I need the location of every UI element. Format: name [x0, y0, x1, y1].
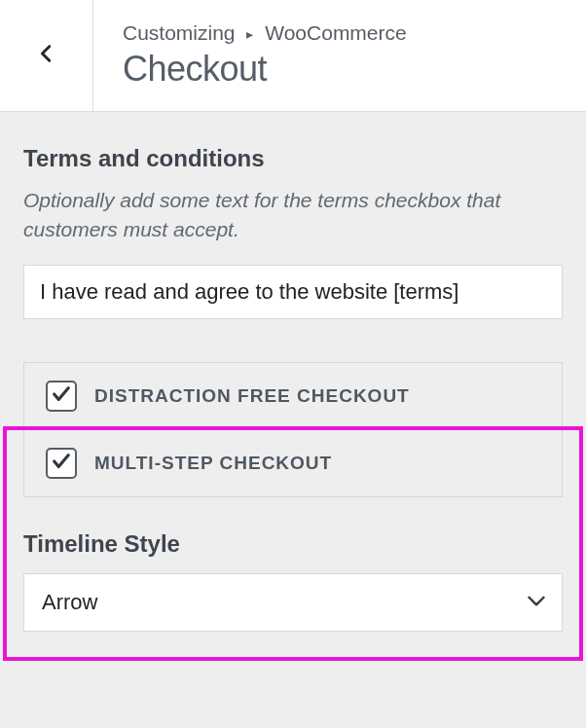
- check-icon: [51, 383, 72, 409]
- customizer-content: Terms and conditions Optionally add some…: [0, 112, 586, 661]
- header-text: Customizing ▸ WooCommerce Checkout: [93, 0, 432, 111]
- back-button[interactable]: [0, 0, 93, 111]
- breadcrumb-section: WooCommerce: [265, 21, 406, 44]
- timeline-style-select-wrap: Arrow: [23, 573, 563, 632]
- timeline-style-select[interactable]: Arrow: [23, 573, 563, 632]
- customizer-header: Customizing ▸ WooCommerce Checkout: [0, 0, 586, 112]
- checkout-options-group: DISTRACTION FREE CHECKOUT: [23, 362, 563, 430]
- multi-step-group: MULTI-STEP CHECKOUT: [23, 430, 563, 497]
- chevron-left-icon: [36, 43, 57, 68]
- timeline-style-label: Timeline Style: [23, 530, 563, 558]
- check-icon: [51, 451, 72, 476]
- breadcrumb-prefix: Customizing: [123, 21, 236, 44]
- multi-step-checkout-option[interactable]: MULTI-STEP CHECKOUT: [24, 430, 562, 496]
- terms-text-input[interactable]: [23, 265, 563, 319]
- terms-heading: Terms and conditions: [23, 145, 563, 172]
- multi-step-checkbox[interactable]: [46, 448, 77, 479]
- highlight-annotation: MULTI-STEP CHECKOUT Timeline Style Arrow: [3, 426, 583, 661]
- page-title: Checkout: [123, 49, 407, 90]
- distraction-free-checkout-option[interactable]: DISTRACTION FREE CHECKOUT: [24, 363, 562, 429]
- terms-description: Optionally add some text for the terms c…: [23, 186, 563, 245]
- distraction-free-label: DISTRACTION FREE CHECKOUT: [94, 385, 410, 407]
- breadcrumb-separator-icon: ▸: [246, 26, 253, 42]
- breadcrumb: Customizing ▸ WooCommerce: [123, 21, 407, 45]
- multi-step-label: MULTI-STEP CHECKOUT: [94, 453, 332, 474]
- distraction-free-checkbox[interactable]: [46, 381, 77, 412]
